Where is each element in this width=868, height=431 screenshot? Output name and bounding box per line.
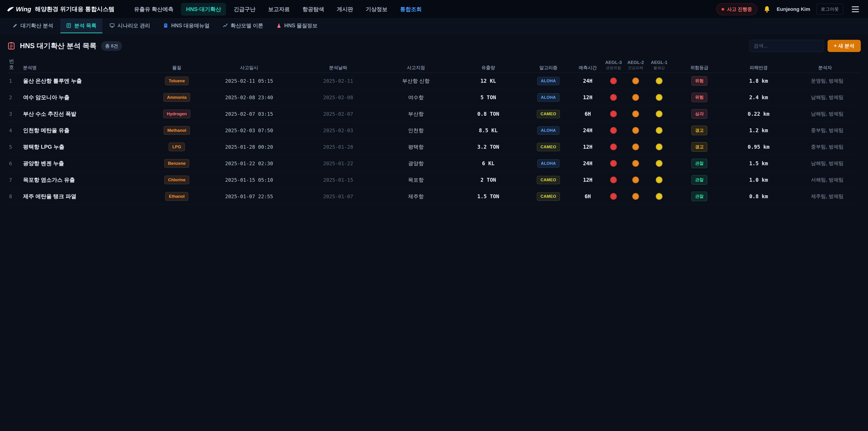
table-row[interactable]: 1 울산 온산항 톨루엔 누출 Toluene 2025-02-11 05:15…: [7, 73, 861, 89]
hamburger-menu-icon[interactable]: [849, 4, 861, 14]
accident-datetime: 2025-02-03 07:50: [202, 128, 297, 133]
col-aegl3: AEGL-3 생명위험: [603, 60, 624, 70]
search-input[interactable]: [749, 40, 824, 52]
aegl1-indicator: [656, 127, 662, 134]
spill-amount: 6 KL: [452, 160, 524, 166]
aegl3-indicator: [610, 177, 617, 183]
analyst: 운영팀, 방제팀: [811, 78, 861, 84]
aegl3-indicator: [610, 193, 617, 200]
spill-amount: 12 KL: [452, 78, 524, 84]
title-actions: + 새 분석: [749, 40, 861, 52]
algorithm-badge: CAMEO: [537, 176, 560, 184]
risk-badge: 관찰: [691, 175, 707, 185]
damage-radius: 1.2 km: [728, 127, 789, 133]
accident-datetime: 2025-01-07 22:55: [202, 194, 297, 199]
col-forecast-time: 예측시간: [572, 65, 603, 70]
sub-tabbar: 대기확산 분석 분석 목록 시나리오 관리 HNS 대응매뉴얼 확산모델 이론 …: [0, 19, 868, 33]
table-row[interactable]: 7 목포항 염소가스 유출 Chlorine 2025-01-15 05:10 …: [7, 172, 861, 188]
damage-radius: 0.22 km: [728, 111, 789, 117]
col-aegl1: AEGL-1 불쾌감: [647, 60, 671, 70]
menu-item-oil-spill[interactable]: 유출유 확산예측: [129, 3, 179, 16]
aegl3-indicator: [610, 127, 617, 134]
aegl1-indicator: [656, 177, 662, 183]
substance-icon: [276, 23, 281, 28]
col-substance: 물질: [152, 65, 202, 70]
spill-amount: 3.2 TON: [452, 144, 524, 150]
analysis-name: 인천항 메탄올 유출: [21, 127, 152, 134]
user-name[interactable]: Eunjeong Kim: [777, 6, 810, 12]
new-analysis-button[interactable]: + 새 분석: [828, 40, 861, 52]
main-content: HNS 대기확산 분석 목록 총 8건 + 새 분석 번호 분석명 물질 사고일…: [0, 40, 868, 205]
incident-status-label: 사고 진행중: [727, 6, 752, 12]
notification-bell-icon[interactable]: [764, 6, 770, 13]
menu-item-weather[interactable]: 기상정보: [361, 3, 393, 16]
col-amount: 유출량: [452, 65, 524, 70]
substance-badge: Methanol: [164, 126, 190, 135]
risk-badge: 위험: [691, 76, 707, 86]
accident-datetime: 2025-02-08 23:40: [202, 95, 297, 100]
accident-location: 부산항: [380, 111, 452, 118]
spill-amount: 0.8 TON: [452, 111, 524, 117]
analysis-date: 2025-02-11: [297, 78, 380, 84]
analysis-name: 제주 에탄올 탱크 파열: [21, 193, 152, 200]
algorithm-badge: ALOHA: [537, 159, 560, 168]
aegl2-indicator: [632, 177, 639, 183]
damage-radius: 1.0 km: [728, 177, 789, 183]
analyst: 남해팀, 방제팀: [811, 111, 861, 117]
incident-status-badge[interactable]: 사고 진행중: [716, 3, 757, 15]
table-row[interactable]: 2 여수 암모니아 누출 Ammonia 2025-02-08 23:40 20…: [7, 89, 861, 106]
analysis-date: 2025-02-08: [297, 95, 380, 100]
col-risk-level: 위험등급: [671, 65, 728, 70]
tab-diffusion-analysis[interactable]: 대기확산 분석: [7, 19, 59, 33]
menu-item-integrated-search[interactable]: 통합조회: [395, 3, 427, 16]
substance-badge: Toluene: [165, 76, 188, 85]
aegl2-indicator: [632, 193, 639, 200]
spill-amount: 2 TON: [452, 177, 524, 183]
theory-icon: [223, 23, 228, 28]
analysis-date: 2025-01-28: [297, 144, 380, 150]
menu-item-reports[interactable]: 보고자료: [263, 3, 295, 16]
analyst: 중부팀, 방제팀: [811, 144, 861, 150]
substance-badge: Benzene: [164, 159, 189, 168]
accident-datetime: 2025-02-11 05:15: [202, 78, 297, 84]
row-number: 2: [7, 95, 21, 100]
brand-title: 해양환경 위기대응 통합시스템: [35, 5, 114, 13]
aegl2-indicator: [632, 78, 639, 84]
algorithm-badge: CAMEO: [537, 110, 560, 118]
top-navbar: Wing 해양환경 위기대응 통합시스템 유출유 확산예측 HNS·대기확산 긴…: [0, 0, 868, 19]
tab-diffusion-model-theory[interactable]: 확산모델 이론: [217, 19, 269, 33]
menu-item-emergency-rescue[interactable]: 긴급구난: [229, 3, 260, 16]
menu-item-board[interactable]: 게시판: [332, 3, 358, 16]
menu-item-hns-diffusion[interactable]: HNS·대기확산: [181, 3, 226, 16]
forecast-time: 12H: [572, 144, 603, 150]
row-number: 4: [7, 128, 21, 133]
logout-button[interactable]: 로그아웃: [816, 4, 843, 15]
page-header: HNS 대기확산 분석 목록 총 8건 + 새 분석: [7, 40, 861, 52]
forecast-time: 6H: [572, 111, 603, 117]
tab-scenario-management[interactable]: 시나리오 관리: [104, 19, 156, 33]
accident-location: 제주항: [380, 193, 452, 200]
tab-hns-substance-info[interactable]: HNS 물질정보: [271, 19, 323, 33]
aegl2-indicator: [632, 160, 639, 167]
table-row[interactable]: 8 제주 에탄올 탱크 파열 Ethanol 2025-01-07 22:55 …: [7, 188, 861, 205]
table-row[interactable]: 3 부산 수소 추진선 폭발 Hydrogen 2025-02-07 03:15…: [7, 106, 861, 122]
table-row[interactable]: 6 광양항 벤젠 누출 Benzene 2025-01-22 02:30 202…: [7, 155, 861, 172]
incident-dot-icon: [721, 8, 724, 11]
tab-analysis-list[interactable]: 분석 목록: [60, 19, 102, 33]
aegl3-indicator: [610, 144, 617, 150]
col-algorithm: 알고리즘: [524, 65, 572, 70]
tab-hns-manual[interactable]: HNS 대응매뉴얼: [157, 19, 215, 33]
table-row[interactable]: 5 평택항 LPG 누출 LPG 2025-01-28 00:20 2025-0…: [7, 139, 861, 155]
accident-datetime: 2025-02-07 03:15: [202, 111, 297, 117]
menu-item-aerial-search[interactable]: 항공탐색: [298, 3, 329, 16]
risk-badge: 심각: [691, 109, 707, 119]
aegl2-indicator: [632, 94, 639, 101]
col-analysis-date: 분석날짜: [297, 65, 380, 70]
aegl1-indicator: [656, 78, 662, 84]
brand[interactable]: Wing 해양환경 위기대응 통합시스템: [7, 5, 115, 13]
analysis-date: 2025-01-15: [297, 177, 380, 183]
aegl1-indicator: [656, 160, 662, 167]
table-row[interactable]: 4 인천항 메탄올 유출 Methanol 2025-02-03 07:50 2…: [7, 122, 861, 139]
analyst: 제주팀, 방제팀: [811, 193, 861, 200]
analysis-name: 여수 암모니아 누출: [21, 94, 152, 101]
